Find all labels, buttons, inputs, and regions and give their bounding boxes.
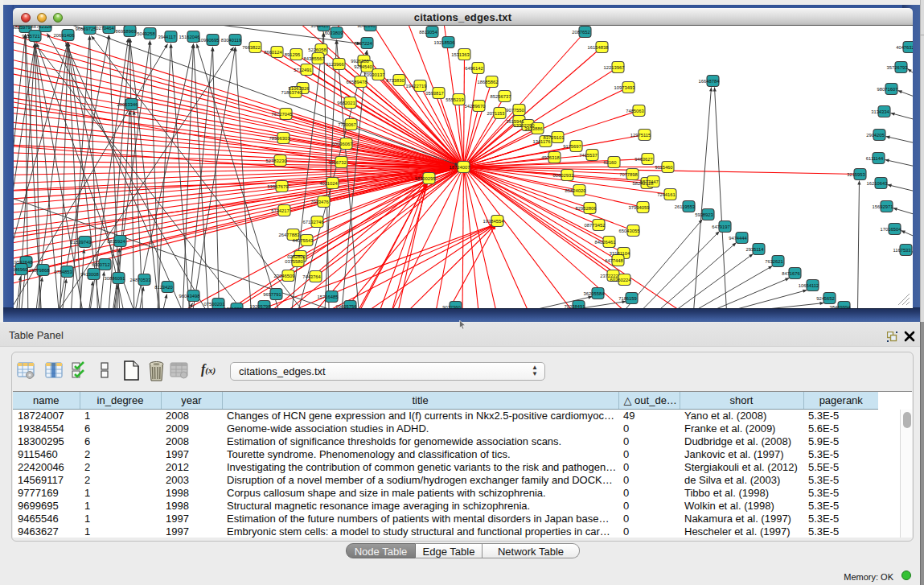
svg-text:75646960: 75646960 [14, 266, 27, 271]
svg-text:9245652: 9245652 [816, 295, 835, 300]
svg-text:5734217: 5734217 [271, 208, 290, 212]
svg-text:65043055: 65043055 [618, 228, 639, 233]
svg-text:6477448: 6477448 [605, 257, 623, 262]
svg-text:60036067: 60036067 [331, 141, 352, 146]
svg-text:3944117: 3944117 [158, 34, 175, 39]
svg-text:7077898: 7077898 [619, 171, 638, 176]
svg-text:09605756: 09605756 [335, 303, 356, 307]
svg-text:36205584: 36205584 [583, 290, 605, 295]
svg-text:2071153: 2071153 [487, 110, 504, 115]
svg-text:8813054: 8813054 [419, 29, 437, 34]
svg-text:82952806: 82952806 [575, 205, 596, 210]
svg-text:3649420: 3649420 [310, 26, 329, 28]
svg-text:85256737: 85256737 [490, 93, 511, 98]
svg-text:08773452: 08773452 [584, 222, 605, 227]
svg-text:6496142: 6496142 [465, 65, 483, 70]
svg-text:24870533: 24870533 [129, 277, 150, 282]
svg-text:23046509: 23046509 [273, 273, 294, 278]
svg-text:7632621: 7632621 [765, 258, 783, 263]
svg-text:16210643: 16210643 [866, 180, 887, 185]
svg-text:70338491: 70338491 [564, 303, 585, 307]
svg-text:8123420: 8123420 [154, 284, 173, 289]
svg-text:19205798: 19205798 [249, 303, 270, 307]
svg-text:8660124: 8660124 [264, 49, 282, 54]
svg-text:86958969: 86958969 [115, 28, 136, 33]
svg-text:1341176: 1341176 [532, 138, 550, 143]
svg-text:7415537: 7415537 [579, 152, 598, 157]
svg-text:96669725: 96669725 [75, 26, 96, 31]
svg-text:18300295: 18300295 [414, 175, 435, 180]
svg-text:67132746: 67132746 [302, 219, 323, 224]
svg-text:54289670: 54289670 [464, 103, 485, 108]
svg-text:9123966: 9123966 [326, 61, 344, 66]
svg-text:16648784: 16648784 [698, 78, 720, 83]
svg-text:26119553: 26119553 [674, 204, 694, 208]
svg-text:4047632: 4047632 [896, 44, 913, 49]
svg-text:9234540: 9234540 [354, 64, 372, 68]
svg-text:9115460: 9115460 [655, 164, 672, 169]
svg-text:96043498: 96043498 [179, 293, 199, 298]
svg-text:15692971: 15692971 [872, 204, 893, 208]
svg-text:19218506: 19218506 [433, 39, 454, 44]
svg-text:88762328: 88762328 [31, 26, 51, 29]
svg-text:3433886: 3433886 [524, 126, 543, 130]
svg-text:33181104: 33181104 [609, 250, 630, 255]
svg-text:3134334: 3134334 [871, 109, 889, 113]
svg-text:10973493: 10973493 [614, 84, 634, 89]
svg-text:7663822: 7663822 [242, 44, 261, 49]
svg-text:6111144: 6111144 [865, 155, 883, 160]
svg-text:9175697: 9175697 [563, 143, 581, 148]
svg-text:83040119: 83040119 [220, 37, 240, 42]
svg-text:9926388: 9926388 [351, 58, 369, 63]
svg-text:7244161: 7244161 [657, 192, 676, 196]
svg-text:18685862: 18685862 [477, 79, 498, 84]
svg-text:98071607: 98071607 [877, 86, 897, 91]
svg-text:2087652: 2087652 [572, 29, 590, 34]
svg-text:3316732: 3316732 [328, 159, 347, 164]
svg-text:6479197: 6479197 [712, 224, 730, 229]
svg-text:7033476: 7033476 [310, 199, 329, 204]
svg-text:6577447: 6577447 [640, 179, 659, 183]
svg-text:53967679: 53967679 [267, 183, 288, 188]
svg-text:7720067: 7720067 [338, 122, 356, 126]
svg-text:0273464: 0273464 [96, 26, 114, 31]
svg-text:6900712: 6900712 [92, 262, 110, 266]
svg-text:17016504: 17016504 [880, 226, 901, 231]
svg-text:1701887: 1701887 [224, 306, 242, 307]
svg-text:19422719: 19422719 [405, 83, 426, 88]
svg-text:71863740: 71863740 [281, 89, 302, 94]
svg-text:9463627: 9463627 [634, 156, 653, 161]
svg-text:5938923: 5938923 [695, 212, 713, 216]
svg-text:21539743: 21539743 [70, 239, 91, 244]
svg-text:9077550: 9077550 [506, 107, 524, 112]
svg-text:9682021: 9682021 [337, 100, 355, 105]
svg-text:9055721: 9055721 [22, 33, 40, 38]
svg-text:18724007: 18724007 [449, 164, 470, 169]
svg-text:891295: 891295 [284, 51, 299, 56]
svg-text:4021024: 4021024 [319, 180, 338, 185]
svg-text:2904205: 2904205 [866, 132, 885, 137]
svg-text:2935114: 2935114 [745, 246, 764, 251]
svg-text:3215953: 3215953 [847, 171, 865, 176]
svg-text:5555219: 5555219 [446, 97, 464, 101]
svg-text:38469994: 38469994 [829, 304, 851, 307]
svg-text:9072360: 9072360 [442, 304, 461, 307]
svg-text:70930137: 70930137 [363, 72, 384, 76]
svg-text:12213967: 12213967 [603, 64, 624, 69]
svg-text:9825979: 9825979 [14, 26, 31, 30]
svg-text:62160: 62160 [603, 159, 616, 164]
svg-text:85824020: 85824020 [565, 187, 585, 192]
svg-text:30886091: 30886091 [104, 275, 125, 280]
svg-text:5712491: 5712491 [294, 67, 312, 72]
svg-text:1167533: 1167533 [893, 247, 910, 252]
svg-text:20053346: 20053346 [117, 101, 138, 106]
svg-text:9413008: 9413008 [80, 271, 99, 276]
svg-text:84385567: 84385567 [303, 56, 324, 60]
svg-text:8733830: 8733830 [386, 77, 405, 82]
svg-text:9657791: 9657791 [263, 291, 281, 296]
svg-text:35726793: 35726793 [886, 64, 907, 69]
svg-text:0375580: 0375580 [285, 258, 303, 263]
svg-text:26477883: 26477883 [278, 232, 299, 237]
svg-text:4976318: 4976318 [541, 154, 560, 159]
svg-text:0784853: 0784853 [54, 269, 72, 274]
